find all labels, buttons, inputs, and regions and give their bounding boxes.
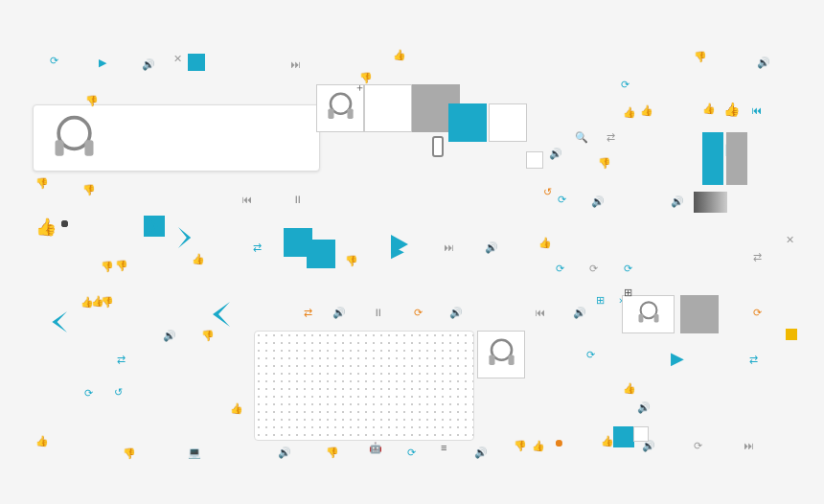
decorative-square-sq12 xyxy=(726,132,747,185)
svg-rect-4 xyxy=(328,108,333,119)
icon-repeat-7: ⟳ xyxy=(414,308,423,318)
icon-play-3: ▶ xyxy=(671,350,684,367)
icon-android-1: 🤖 xyxy=(369,443,382,453)
icon-close-1: ✕ xyxy=(173,54,182,64)
phone-icon-1 xyxy=(432,136,444,157)
icon-repeat-12: ⟳ xyxy=(84,388,93,399)
svg-rect-11 xyxy=(508,355,514,365)
icon-prev-1: ⏮ xyxy=(751,105,762,116)
thumb-up-scatter-3: 👍 xyxy=(538,238,552,248)
decorative-square-sq15 xyxy=(477,331,525,378)
icon-volume-3: 🔊 xyxy=(591,196,605,207)
decorative-square-sq1 xyxy=(188,54,205,71)
decorative-square-sq13 xyxy=(622,295,675,333)
thumb-up-scatter-5: 👍 xyxy=(723,103,740,116)
thumb-up-scatter-2: 👍 xyxy=(623,107,636,118)
icon-pause-2: ⏸ xyxy=(292,195,303,205)
repeat-scatter-1: ↺ xyxy=(543,187,552,197)
icon-shuffle-4: ⇄ xyxy=(304,308,312,318)
icon-thumb-down-12: 👎 xyxy=(35,178,49,189)
decorative-square-dotted xyxy=(254,331,474,441)
icon-volume-7: 🔊 xyxy=(449,308,463,318)
icon-volume-9: 🔊 xyxy=(163,331,176,341)
icon-thumb-down-3: 👎 xyxy=(694,52,707,62)
icon-prev-2: ⏮ xyxy=(241,195,252,205)
icon-shuffle-1: ⇄ xyxy=(607,132,615,143)
repeat-scatter-2: ↺ xyxy=(114,387,123,398)
decorative-square-sq14 xyxy=(680,295,719,333)
icon-volume-6: 🔊 xyxy=(332,308,346,318)
thumb-down-scatter-3: 👎 xyxy=(115,261,128,271)
icon-volume-2: 🔊 xyxy=(757,57,770,68)
icon-thumb-down-10: 👎 xyxy=(514,441,527,451)
icon-volume-5: 🔊 xyxy=(485,242,498,253)
thumb-down-scatter-2: 👍 xyxy=(192,254,205,264)
icon-shuffle-5: ⇄ xyxy=(749,355,758,365)
icon-thumb-up-3: 👍 xyxy=(640,105,653,116)
decorative-square-sq9 xyxy=(307,240,335,268)
gradient-bar-1 xyxy=(694,192,727,213)
chevron-right-icon-2 xyxy=(178,227,199,248)
decorative-square-sq6 xyxy=(489,103,527,142)
icon-thumb-up-7: 👍 xyxy=(532,441,545,451)
icon-thumb-up-4: 👍 xyxy=(35,218,57,236)
icon-close-2: ✕ xyxy=(786,235,794,245)
icon-thumb-down-8: 👎 xyxy=(201,331,215,341)
expand-scatter-1: ⊞ xyxy=(596,295,605,306)
icon-repeat-1: ⟳ xyxy=(50,56,58,66)
icon-volume-11: 🔊 xyxy=(474,447,488,458)
icon-pause-3: ⏸ xyxy=(373,308,383,318)
icon-search-1: 🔍 xyxy=(575,132,588,143)
thumb-up-scatter-4: 👍 xyxy=(91,296,104,307)
icon-repeat-10: ⟳ xyxy=(407,447,416,458)
icon-thumb-up-6: 👍 xyxy=(230,403,243,414)
decorative-square-sq11 xyxy=(702,132,723,185)
svg-rect-2 xyxy=(84,140,93,155)
headphones-icon xyxy=(48,114,101,162)
decorative-square-sq5 xyxy=(448,103,487,142)
record-scatter-1: ⏺ xyxy=(59,218,70,229)
icon-thumb-down-4: 👎 xyxy=(82,185,96,195)
icon-repeat-8: ⟳ xyxy=(753,308,762,318)
thumb-up-scatter-1: 👍 xyxy=(702,103,716,114)
icon-repeat-11: ⟳ xyxy=(694,441,702,451)
icon-thumb-up-1: 👍 xyxy=(393,50,406,60)
app-logo xyxy=(33,104,320,172)
icon-thumb-up-9: 👍 xyxy=(623,383,636,394)
icon-repeat-2: ⟳ xyxy=(621,80,629,90)
expand-scatter-2: › xyxy=(619,295,623,306)
icon-shuffle-3: ⇄ xyxy=(753,252,762,263)
icon-volume-10: 🔊 xyxy=(278,447,291,458)
icon-volume-1: 🔊 xyxy=(142,59,155,70)
icon-next-2: ⏭ xyxy=(444,242,454,253)
svg-rect-10 xyxy=(489,355,494,365)
icon-volume-13: 🔊 xyxy=(637,402,651,413)
svg-rect-1 xyxy=(56,140,64,155)
chevron-left-icon-1 xyxy=(201,302,230,327)
play-triangle-1 xyxy=(391,235,408,254)
plus-scatter-2: ⊞ xyxy=(624,287,632,298)
icon-thumb-down-9: 👎 xyxy=(326,447,339,458)
plus-scatter-1: ＋ xyxy=(355,82,365,93)
icon-repeat-6: ⟳ xyxy=(624,263,632,274)
icon-next-3: ⏭ xyxy=(744,441,754,451)
icon-next-1: ⏭ xyxy=(290,59,301,70)
icon-volume-8: 🔊 xyxy=(573,308,586,318)
svg-rect-8 xyxy=(653,314,658,322)
icon-menu-1: ≡ xyxy=(441,443,446,453)
icon-thumb-down-5: 👎 xyxy=(598,158,611,169)
icon-play-1: ▶ xyxy=(99,57,106,68)
icon-repeat-3: ⟳ xyxy=(558,195,566,205)
decorative-square-sq3 xyxy=(364,84,412,132)
icon-shuffle-2: ⇄ xyxy=(253,242,262,253)
icon-thumb-down-11: 👎 xyxy=(123,448,136,459)
icon-volume-12: 🔊 xyxy=(642,441,655,451)
icon-thumb-up-8: 👍 xyxy=(35,436,49,447)
svg-rect-7 xyxy=(638,314,643,322)
icon-repeat-4: ⟳ xyxy=(556,263,564,274)
decorative-square-sq17 xyxy=(633,426,649,442)
icon-thumb-down-6: 👎 xyxy=(101,262,114,272)
yellow-indicator xyxy=(786,329,796,339)
volume-scatter-1: 🔊 xyxy=(549,149,562,159)
icon-repeat-9: ⟳ xyxy=(586,350,595,360)
